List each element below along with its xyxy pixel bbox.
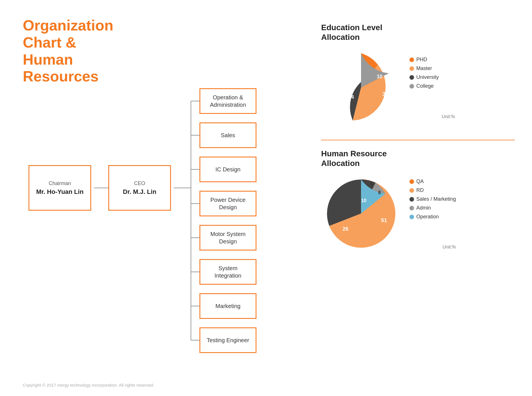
hr-chart-title: Human ResourceAllocation [321,149,515,168]
legend-dot-phd [409,58,414,62]
legend-qa: QA [409,178,456,184]
legend-dot-college [409,84,414,89]
svg-text:5: 5 [370,181,373,187]
dept-ic-design: IC Design [199,157,256,182]
hr-unit-label: Unit:% [409,245,456,250]
legend-operation: Operation [409,214,456,220]
dept-testing-engineer: Testing Engineer [199,327,256,353]
copyright: Copyright © 2017 inergy technology incor… [23,383,154,387]
dept-power-device: Power DeviceDesign [199,191,256,216]
legend-dot-master [409,66,414,71]
chairman-box: Chairman Mr. Ho-Yuan Lin [28,165,91,211]
chart-divider [321,140,515,140]
legend-college: College [409,83,455,89]
hr-legend-unit: QA RD Sales / Marketing Admin [409,178,456,250]
education-chart-title: Education LevelAllocation [321,23,515,42]
legend-university: University [409,74,455,80]
org-chart: Chairman Mr. Ho-Yuan Lin CEO Dr. M.J. Li… [17,85,274,342]
legend-dot-university [409,75,414,80]
education-legend-unit: PHD Master University College [409,57,455,119]
hr-legend: QA RD Sales / Marketing Admin [409,178,456,220]
education-unit-label: Unit:% [409,114,455,119]
page-title: Organization Chart & Human Resources [23,17,142,85]
legend-dot-operation [409,215,414,219]
hr-chart-container: 5 51 26 10 8 QA [321,174,515,255]
dept-operation: Operation &Administration [199,88,256,114]
legend-rd: RD [409,187,456,193]
svg-text:26: 26 [343,226,348,232]
svg-text:38: 38 [382,91,388,97]
page: Organization Chart & Human Resources Cha… [0,0,532,396]
svg-text:8: 8 [378,190,381,195]
education-chart-section: Education LevelAllocation [321,23,515,128]
svg-text:10: 10 [361,198,366,203]
legend-dot-admin [409,206,414,210]
dept-motor-system: Motor SystemDesign [199,225,256,251]
svg-text:44: 44 [348,94,354,100]
svg-text:10: 10 [377,74,382,79]
legend-phd: PHD [409,57,455,63]
charts-area: Education LevelAllocation [321,23,515,266]
chairman-role: Chairman [49,180,71,186]
dept-marketing: Marketing [199,293,256,319]
legend-master: Master [409,65,455,71]
education-chart-container: 8 38 44 10 PHD Master [321,48,515,128]
ceo-role: CEO [134,180,145,186]
legend-dot-qa [409,179,414,184]
ceo-box: CEO Dr. M.J. Lin [108,165,171,211]
education-legend: PHD Master University College [409,57,455,89]
education-pie-chart: 8 38 44 10 [321,48,401,128]
ceo-name: Dr. M.J. Lin [123,188,156,196]
svg-text:8: 8 [377,57,380,62]
dept-sales: Sales [199,122,256,148]
legend-sales-marketing: Sales / Marketing [409,196,456,202]
legend-dot-rd [409,188,414,193]
hr-chart-section: Human ResourceAllocation [321,149,515,255]
dept-system-integration: SystemIntegration [199,259,256,285]
chairman-name: Mr. Ho-Yuan Lin [36,188,83,196]
hr-pie-chart: 5 51 26 10 8 [321,174,401,255]
legend-dot-sales-marketing [409,197,414,202]
svg-text:51: 51 [381,217,387,223]
legend-admin: Admin [409,205,456,211]
